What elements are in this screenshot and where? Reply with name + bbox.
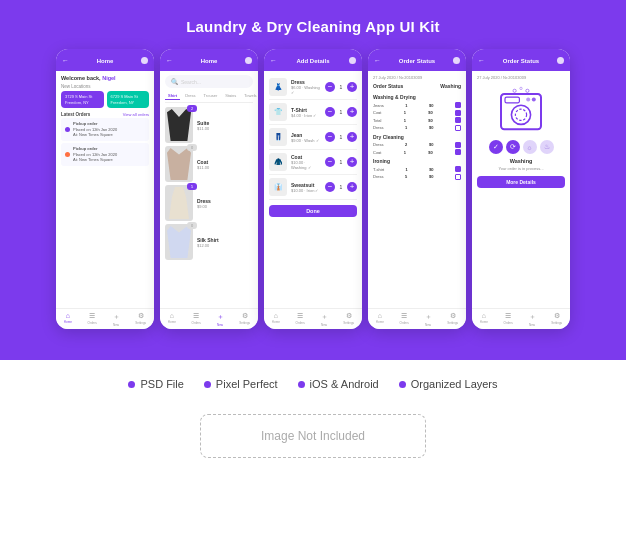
nav2-settings[interactable]: ⚙Settings <box>239 312 250 327</box>
wd-coat-check <box>455 110 461 116</box>
sweatsuit-price: $10.00 · Irion ✓ <box>291 188 321 193</box>
coat-plus[interactable]: + <box>347 157 357 167</box>
dress-plus[interactable]: + <box>347 82 357 92</box>
home-icon-5: ⌂ <box>482 312 486 319</box>
phone3-nav: ⌂Home ☰Orders ＋New ⚙Settings <box>264 308 362 329</box>
feature-psd: PSD File <box>128 378 183 390</box>
latest-orders-row: Latest Orders View all orders <box>61 112 149 117</box>
step-1: ✓ <box>489 140 503 154</box>
wd-coat-row: Coat 1 $0 <box>373 110 461 116</box>
view-all-link[interactable]: View all orders <box>123 112 149 117</box>
progress-steps: ✓ ⟳ ☼ ♨ <box>477 140 565 154</box>
nav5-new-order[interactable]: ＋New <box>529 312 536 327</box>
wash-icon: ⟳ <box>510 143 516 151</box>
jean-plus[interactable]: + <box>347 132 357 142</box>
nav3-settings-label: Settings <box>343 321 354 325</box>
tshirt-icon: 👕 <box>269 103 287 121</box>
more-details-button[interactable]: More Details <box>477 176 565 188</box>
image-not-included-label: Image Not Included <box>200 414 426 458</box>
jean-qty: 1 <box>337 134 345 140</box>
nav4-settings[interactable]: ⚙Settings <box>447 312 458 327</box>
nav3-new-label: New <box>321 323 327 327</box>
tshirt-plus[interactable]: + <box>347 107 357 117</box>
nav4-orders[interactable]: ☰Orders <box>400 312 409 327</box>
nav3-home[interactable]: ⌂Home <box>272 312 280 327</box>
silkshirt-price: $12.00 <box>197 243 219 248</box>
washing-machine-svg <box>497 86 545 134</box>
dress-stepper[interactable]: − 1 + <box>325 82 357 92</box>
nav5-new-label: New <box>529 323 535 327</box>
sweatsuit-plus[interactable]: + <box>347 182 357 192</box>
dress-image <box>165 185 193 221</box>
back-arrow-icon-3: ← <box>270 57 277 64</box>
nav-new-order[interactable]: ＋New <box>113 312 120 327</box>
location-text-2: 6729 S Main StFreedom, NY <box>111 94 146 105</box>
feature-ios: iOS & Android <box>298 378 379 390</box>
phone-3: ← Add Details 👗 Dress $6.00 · Washing ✓ … <box>264 49 362 329</box>
nav5-settings-label: Settings <box>551 321 562 325</box>
tshirt-stepper[interactable]: − 1 + <box>325 107 357 117</box>
features-row: PSD File Pixel Perfect iOS & Android Org… <box>128 378 497 390</box>
nav5-settings[interactable]: ⚙Settings <box>551 312 562 327</box>
dress-shape <box>169 187 189 219</box>
svg-point-8 <box>526 89 529 92</box>
suit-shape <box>167 109 191 141</box>
search-bar[interactable]: 🔍 Search... <box>165 75 253 88</box>
phone-4: ← Order Status 27 July 2020 / Nr:2010300… <box>368 49 466 329</box>
phone4-header-title: Order Status <box>399 58 435 64</box>
sweatsuit-qty: 1 <box>337 184 345 190</box>
nav4-settings-label: Settings <box>447 321 458 325</box>
tab-shirt[interactable]: Shirt <box>165 92 180 100</box>
ir-tshirt-check <box>455 166 461 172</box>
dress-info-3: Dress $6.00 · Washing ✓ <box>287 79 325 95</box>
nav3-settings[interactable]: ⚙Settings <box>343 312 354 327</box>
sweatsuit-minus[interactable]: − <box>325 182 335 192</box>
home-icon-3: ⌂ <box>274 312 278 319</box>
nav2-orders[interactable]: ☰Orders <box>192 312 201 327</box>
tab-stains[interactable]: Stains <box>222 92 239 100</box>
order-status-label: Order Status <box>373 83 403 89</box>
nav2-home-label: Home <box>168 320 176 324</box>
tab-trousers[interactable]: Trouser <box>201 92 221 100</box>
back-arrow-icon-5: ← <box>478 57 485 64</box>
sweatsuit-stepper[interactable]: − 1 + <box>325 182 357 192</box>
jean-minus[interactable]: − <box>325 132 335 142</box>
phone1-nav: ⌂Home ☰Orders ＋New ⚙Settings <box>56 308 154 329</box>
add-item-jean: 👖 Jean $9.00 · Wash ✓ − 1 + <box>269 125 357 150</box>
coat-minus[interactable]: − <box>325 157 335 167</box>
nav2-home[interactable]: ⌂Home <box>168 312 176 327</box>
dc-coat-check <box>455 149 461 155</box>
new-order-icon-4: ＋ <box>425 312 432 322</box>
nav4-new-order[interactable]: ＋New <box>425 312 432 327</box>
done-button[interactable]: Done <box>269 205 357 217</box>
settings-icon-3: ⚙ <box>346 312 352 320</box>
nav3-orders[interactable]: ☰Orders <box>296 312 305 327</box>
nav2-new-order[interactable]: ＋New <box>217 312 224 327</box>
nav3-new-order[interactable]: ＋New <box>321 312 328 327</box>
coat-qty: 1 <box>337 159 345 165</box>
coat-stepper[interactable]: − 1 + <box>325 157 357 167</box>
dress-name: Dress <box>197 198 211 204</box>
nav5-orders[interactable]: ☰Orders <box>504 312 513 327</box>
nav-home[interactable]: ⌂Home <box>64 312 72 327</box>
list-item-dress: 5 Dress $9.00 <box>165 185 253 221</box>
back-arrow-icon: ← <box>62 57 69 64</box>
feature-label-pixel: Pixel Perfect <box>216 378 278 390</box>
dress-count: 5 <box>187 183 197 190</box>
nav4-home[interactable]: ⌂Home <box>376 312 384 327</box>
nav5-home[interactable]: ⌂Home <box>480 312 488 327</box>
phone3-body: 👗 Dress $6.00 · Washing ✓ − 1 + 👕 T-Shir… <box>264 71 362 308</box>
dress-price: $9.00 <box>197 204 211 209</box>
home-icon: ⌂ <box>66 312 70 319</box>
coat-info: Coat $11.00 <box>197 159 209 170</box>
tab-dress[interactable]: Dress <box>182 92 198 100</box>
nav-orders[interactable]: ☰Orders <box>88 312 97 327</box>
nav-settings[interactable]: ⚙Settings <box>135 312 146 327</box>
back-arrow-icon-2: ← <box>166 57 173 64</box>
tshirt-minus[interactable]: − <box>325 107 335 117</box>
svg-point-2 <box>515 109 526 120</box>
phone3-header: ← Add Details <box>264 49 362 71</box>
tab-towels[interactable]: Towels <box>241 92 258 100</box>
dress-minus[interactable]: − <box>325 82 335 92</box>
jean-stepper[interactable]: − 1 + <box>325 132 357 142</box>
